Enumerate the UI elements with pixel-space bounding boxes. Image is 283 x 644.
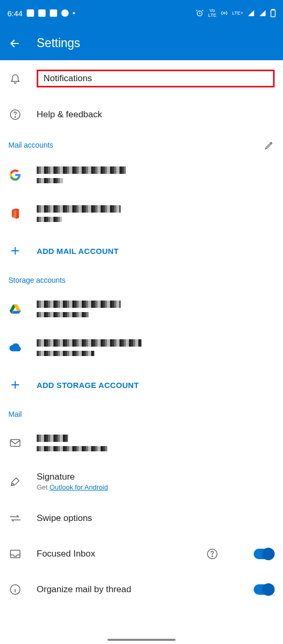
organize-thread-row[interactable]: Organize mail by thread <box>0 572 283 607</box>
add-mail-account-row[interactable]: ADD MAIL ACCOUNT <box>0 233 283 269</box>
status-bar: 6:44 Vo LTE LTE+ <box>0 0 283 26</box>
outlook-link[interactable]: Outlook for Android <box>50 483 108 491</box>
signal-icon-1 <box>247 9 255 17</box>
office-icon <box>10 208 20 219</box>
redacted-text <box>37 205 121 213</box>
status-clock: 6:44 <box>7 9 23 18</box>
lte-label: LTE+ <box>232 11 243 16</box>
notifications-highlight: Notifications <box>37 70 275 87</box>
google-icon <box>9 169 21 181</box>
redacted-text <box>37 435 68 442</box>
svg-point-1 <box>223 12 225 14</box>
settings-list: Notifications Help & feedback Mail accou… <box>0 60 283 607</box>
help-feedback-row[interactable]: Help & feedback <box>0 97 283 132</box>
storage-accounts-title: Storage accounts <box>8 276 66 284</box>
signature-row[interactable]: Signature Get Outlook for Android <box>0 462 283 501</box>
redacted-text <box>37 217 62 222</box>
plus-icon <box>9 245 21 257</box>
drive-icon <box>9 304 21 314</box>
office-account-info <box>37 204 275 224</box>
add-mail-label: ADD MAIL ACCOUNT <box>37 247 275 256</box>
organize-toggle[interactable] <box>254 584 275 595</box>
drive-account-info <box>37 299 275 319</box>
swipe-options-row[interactable]: Swipe options <box>0 501 283 536</box>
redacted-text <box>37 178 63 183</box>
help-icon <box>9 109 21 120</box>
mail-section-title: Mail <box>8 410 22 418</box>
signal-icon-2 <box>259 9 266 17</box>
add-storage-label: ADD STORAGE ACCOUNT <box>37 381 275 390</box>
redacted-text <box>37 166 126 174</box>
flame-icon <box>61 9 69 17</box>
storage-accounts-section: Storage accounts <box>0 269 283 290</box>
redacted-text <box>37 351 94 356</box>
page-title: Settings <box>37 36 80 50</box>
signature-title: Signature <box>37 472 275 482</box>
mail-accounts-title: Mail accounts <box>8 141 53 149</box>
default-account-info <box>37 433 275 453</box>
svg-point-9 <box>212 556 212 557</box>
mail-section: Mail <box>0 403 283 424</box>
info-icon <box>9 584 21 595</box>
default-account-row[interactable] <box>0 424 283 462</box>
redacted-text <box>37 446 107 451</box>
onedrive-icon <box>9 343 21 352</box>
plus-icon <box>9 379 21 391</box>
focused-inbox-row[interactable]: Focused Inbox <box>0 536 283 572</box>
redacted-text <box>37 301 121 308</box>
message-icon <box>27 9 34 17</box>
mail-accounts-section: Mail accounts <box>0 132 283 156</box>
status-bar-right: Vo LTE LTE+ <box>195 8 276 18</box>
notifications-row[interactable]: Notifications <box>0 60 283 97</box>
bell-icon <box>9 73 21 84</box>
onedrive-account-row[interactable] <box>0 328 283 367</box>
nav-handle[interactable] <box>107 639 176 641</box>
volte-icon: Vo LTE <box>208 8 216 18</box>
alarm-icon <box>195 9 204 17</box>
svg-rect-6 <box>10 440 20 447</box>
swipe-label: Swipe options <box>37 513 275 524</box>
drive-account-row[interactable] <box>0 290 283 328</box>
app-notif-icon <box>38 9 46 17</box>
onedrive-account-info <box>37 338 275 358</box>
edit-icon[interactable] <box>264 140 275 150</box>
help-icon[interactable] <box>206 548 218 560</box>
focused-label: Focused Inbox <box>37 549 192 559</box>
mail-icon <box>9 438 21 448</box>
swipe-icon <box>9 515 21 522</box>
svg-rect-2 <box>271 10 275 17</box>
inbox-icon <box>9 549 21 559</box>
app-notif-icon-2 <box>50 9 57 17</box>
help-label: Help & feedback <box>37 109 275 120</box>
svg-rect-3 <box>272 9 274 10</box>
organize-label: Organize mail by thread <box>37 584 239 595</box>
app-bar: Settings <box>0 26 283 60</box>
google-account-row[interactable] <box>0 156 283 194</box>
add-storage-account-row[interactable]: ADD STORAGE ACCOUNT <box>0 367 283 403</box>
redacted-text <box>37 312 89 317</box>
focused-toggle[interactable] <box>254 549 275 559</box>
status-bar-left: 6:44 <box>7 9 75 18</box>
signature-icon <box>9 476 21 487</box>
signature-value: Get Outlook for Android <box>37 483 275 491</box>
notifications-label: Notifications <box>43 73 92 83</box>
hotspot-icon <box>221 9 228 17</box>
svg-point-5 <box>15 117 15 117</box>
google-account-info <box>37 165 275 185</box>
office-account-row[interactable] <box>0 194 283 233</box>
redacted-text <box>37 339 142 347</box>
back-icon[interactable] <box>8 37 21 50</box>
battery-icon <box>270 9 276 17</box>
more-dot-icon <box>73 12 75 14</box>
